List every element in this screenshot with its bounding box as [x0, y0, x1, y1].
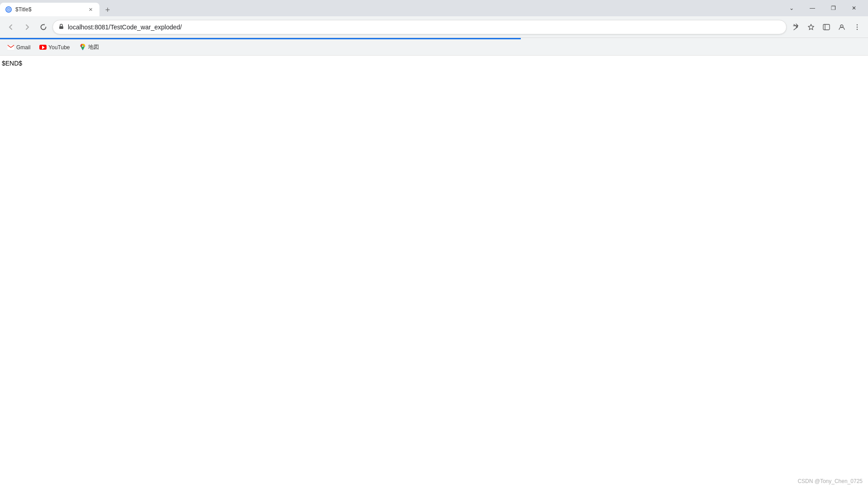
bookmark-gmail-label: Gmail — [16, 44, 30, 51]
window-controls: ⌄ — ❐ ✕ — [778, 0, 868, 16]
active-tab[interactable]: $Title$ ✕ — [0, 3, 99, 16]
nav-right-buttons — [788, 20, 864, 34]
maps-icon — [79, 44, 86, 51]
bookmark-star-button[interactable] — [804, 20, 818, 34]
bookmark-gmail[interactable]: Gmail — [4, 42, 34, 53]
address-bar[interactable]: localhost:8081/TestCode_war_exploded/ — [52, 20, 787, 34]
watermark-text: CSDN @Tony_Chen_0725 — [797, 478, 863, 484]
tab-favicon — [5, 6, 12, 13]
close-button[interactable]: ✕ — [844, 0, 864, 16]
navigation-bar: localhost:8081/TestCode_war_exploded/ — [0, 16, 868, 38]
menu-button[interactable] — [850, 20, 864, 34]
bookmarks-bar: Gmail YouTube 地図 — [0, 39, 868, 56]
back-button[interactable] — [4, 20, 18, 34]
svg-point-11 — [82, 45, 83, 47]
page-body-text: $END$ — [2, 60, 22, 67]
bookmark-youtube[interactable]: YouTube — [36, 42, 73, 52]
share-button[interactable] — [788, 20, 803, 34]
svg-point-8 — [857, 26, 858, 27]
loading-progress — [0, 38, 521, 39]
youtube-play-icon — [42, 46, 45, 49]
tab-close-button[interactable]: ✕ — [87, 6, 94, 13]
forward-button[interactable] — [20, 20, 34, 34]
tabs-dropdown-button[interactable]: ⌄ — [781, 0, 802, 16]
tab-strip: $Title$ ✕ + — [0, 0, 778, 16]
gmail-icon — [7, 44, 14, 51]
youtube-icon — [39, 45, 47, 50]
maximize-button[interactable]: ❐ — [823, 0, 844, 16]
bookmark-youtube-label: YouTube — [48, 44, 70, 51]
title-bar: $Title$ ✕ + ⌄ — ❐ ✕ — [0, 0, 868, 16]
tab-title: $Title$ — [15, 6, 83, 13]
minimize-button[interactable]: — — [802, 0, 823, 16]
reload-button[interactable] — [36, 20, 51, 34]
new-tab-button[interactable]: + — [101, 4, 114, 16]
lock-icon — [58, 23, 64, 31]
url-text: localhost:8081/TestCode_war_exploded/ — [68, 23, 781, 31]
svg-rect-4 — [823, 24, 830, 30]
profile-button[interactable] — [835, 20, 849, 34]
watermark: CSDN @Tony_Chen_0725 — [797, 478, 863, 484]
bookmark-maps[interactable]: 地図 — [75, 42, 103, 53]
sidebar-button[interactable] — [819, 20, 834, 34]
chrome-window: $Title$ ✕ + ⌄ — ❐ ✕ — [0, 0, 868, 488]
svg-point-9 — [857, 28, 858, 29]
svg-point-7 — [857, 24, 858, 25]
svg-rect-3 — [59, 26, 63, 29]
page-content: $END$ CSDN @Tony_Chen_0725 — [0, 56, 868, 488]
bookmark-maps-label: 地図 — [88, 43, 99, 51]
loading-bar — [0, 38, 868, 39]
